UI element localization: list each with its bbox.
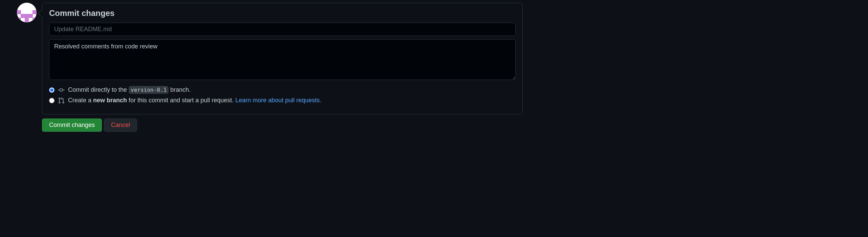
commit-direct-option[interactable]: Commit directly to the version-0.1 branc… — [49, 86, 516, 93]
cancel-button[interactable]: Cancel — [104, 118, 137, 132]
branch-name-code: version-0.1 — [129, 86, 169, 94]
avatar — [17, 3, 37, 22]
commit-form-wrapper: Commit changes Commit directly to the ve… — [42, 3, 523, 132]
commit-direct-label: Commit directly to the version-0.1 branc… — [68, 86, 191, 93]
commit-summary-input[interactable] — [49, 23, 516, 36]
learn-more-link[interactable]: Learn more about pull requests. — [235, 97, 321, 104]
commit-button-row: Commit changes Cancel — [42, 118, 523, 132]
commit-changes-section: Commit changes Commit directly to the ve… — [0, 3, 868, 132]
commit-new-branch-option[interactable]: Create a new branch for this commit and … — [49, 97, 516, 104]
commit-new-branch-label: Create a new branch for this commit and … — [68, 97, 321, 104]
commit-changes-button[interactable]: Commit changes — [42, 118, 102, 132]
commit-form-box: Commit changes Commit directly to the ve… — [42, 3, 523, 114]
commit-new-branch-radio[interactable] — [49, 98, 55, 103]
commit-heading: Commit changes — [49, 8, 516, 18]
commit-direct-radio[interactable] — [49, 87, 55, 93]
git-pull-request-icon — [58, 97, 65, 104]
git-commit-icon — [58, 87, 65, 93]
commit-description-textarea[interactable] — [49, 39, 516, 80]
